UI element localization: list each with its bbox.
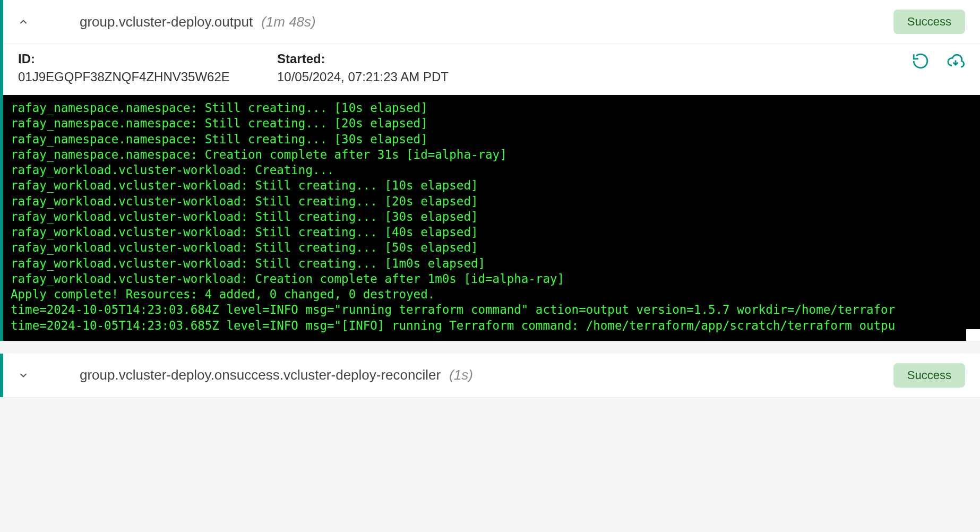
terminal-output[interactable]: rafay_namespace.namespace: Still creatin… (3, 95, 980, 341)
log-line: time=2024-10-05T14:23:03.684Z level=INFO… (11, 302, 973, 318)
chevron-down-icon[interactable] (18, 370, 29, 381)
step-duration: (1m 48s) (261, 14, 316, 30)
step-header[interactable]: group.vcluster-deploy.output (1m 48s) Su… (3, 0, 980, 44)
log-line: rafay_workload.vcluster-workload: Still … (11, 194, 973, 209)
log-line: rafay_namespace.namespace: Creation comp… (11, 147, 973, 162)
log-line: rafay_workload.vcluster-workload: Still … (11, 209, 973, 225)
download-cloud-icon[interactable] (946, 52, 965, 71)
meta-started-value: 10/05/2024, 07:21:23 AM PDT (277, 70, 527, 84)
refresh-icon[interactable] (911, 52, 930, 71)
step-title: group.vcluster-deploy.output (80, 14, 253, 30)
meta-started-label: Started: (277, 52, 527, 66)
step-panel: group.vcluster-deploy.onsuccess.vcluster… (0, 354, 980, 397)
status-badge: Success (893, 10, 965, 34)
status-badge: Success (893, 363, 965, 388)
log-line: rafay_namespace.namespace: Still creatin… (11, 116, 973, 131)
log-line: time=2024-10-05T14:23:03.685Z level=INFO… (11, 318, 973, 333)
meta-actions (911, 52, 965, 71)
meta-id-value: 01J9EGQPF38ZNQF4ZHNV35W62E (18, 70, 268, 84)
step-panel: group.vcluster-deploy.output (1m 48s) Su… (0, 0, 980, 341)
log-line: Apply complete! Resources: 4 added, 0 ch… (11, 287, 973, 302)
meta-id-label: ID: (18, 52, 268, 66)
log-line: rafay_workload.vcluster-workload: Creati… (11, 271, 973, 287)
log-line: rafay_workload.vcluster-workload: Still … (11, 240, 973, 255)
log-line: rafay_namespace.namespace: Still creatin… (11, 132, 973, 147)
step-header[interactable]: group.vcluster-deploy.onsuccess.vcluster… (3, 354, 980, 397)
log-line: rafay_workload.vcluster-workload: Still … (11, 178, 973, 193)
chevron-up-icon[interactable] (18, 16, 29, 27)
step-title-wrap: group.vcluster-deploy.output (1m 48s) (80, 14, 874, 30)
step-title: group.vcluster-deploy.onsuccess.vcluster… (80, 367, 441, 383)
step-title-wrap: group.vcluster-deploy.onsuccess.vcluster… (80, 367, 874, 383)
step-meta-row: ID: 01J9EGQPF38ZNQF4ZHNV35W62E Started: … (3, 44, 980, 95)
log-line: rafay_workload.vcluster-workload: Still … (11, 225, 973, 240)
step-duration: (1s) (449, 367, 473, 383)
log-line: rafay_namespace.namespace: Still creatin… (11, 100, 973, 116)
meta-id-block: ID: 01J9EGQPF38ZNQF4ZHNV35W62E (18, 52, 268, 84)
log-line: rafay_workload.vcluster-workload: Still … (11, 256, 973, 271)
log-line: rafay_workload.vcluster-workload: Creati… (11, 162, 973, 178)
meta-started-block: Started: 10/05/2024, 07:21:23 AM PDT (277, 52, 527, 84)
